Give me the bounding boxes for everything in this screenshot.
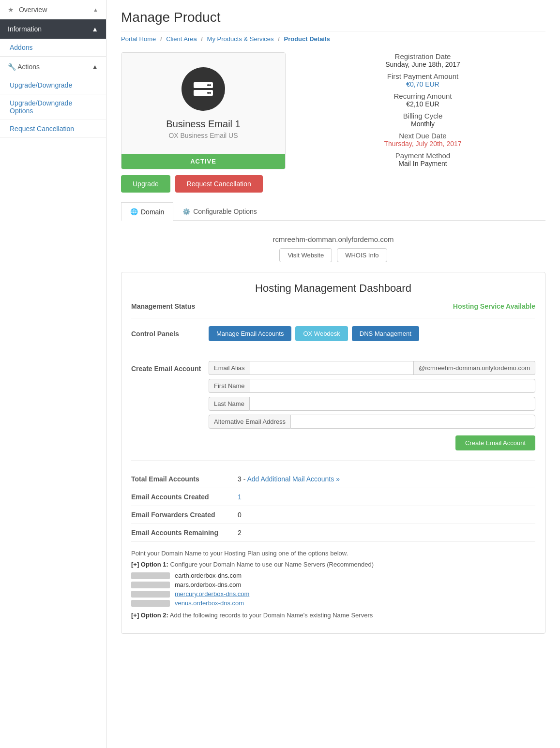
ip-box-4	[131, 600, 170, 607]
dns-management-button[interactable]: DNS Management	[352, 326, 419, 341]
forwarders-value: 0	[238, 511, 242, 519]
domain-url: rcmreehm-domman.onlyfordemo.com	[121, 235, 545, 243]
first-payment-value: €0,70 EUR	[300, 80, 545, 88]
control-panels-row: Control Panels Manage Email Accounts OX …	[131, 326, 535, 351]
next-due-value: Thursday, July 20th, 2017	[300, 140, 545, 148]
page-title: Manage Product	[121, 10, 545, 31]
sidebar-item-upgrade-options[interactable]: Upgrade/Downgrade Options	[0, 94, 106, 120]
domain-suffix: @rcmreehm-domman.onlyfordemo.com	[414, 361, 535, 375]
dns-intro: Point your Domain Name to your Hosting P…	[131, 550, 535, 557]
sidebar-overview[interactable]: ★ Overview ▲	[0, 0, 106, 19]
breadcrumb-my-products[interactable]: My Products & Services	[207, 35, 274, 43]
first-name-input[interactable]	[250, 379, 535, 393]
sidebar-item-upgrade[interactable]: Upgrade/Downgrade	[0, 76, 106, 94]
dashboard-section: Hosting Management Dashboard Management …	[121, 272, 545, 634]
product-icon	[182, 67, 225, 111]
control-panels-label: Control Panels	[131, 330, 209, 338]
stats-section: Total Email Accounts 3 - Add Additional …	[131, 470, 535, 542]
alt-email-row: Alternative Email Address	[209, 415, 535, 429]
information-label: Information	[8, 25, 42, 33]
next-due-label: Next Due Date	[300, 132, 545, 140]
product-status: ACTIVE	[121, 154, 285, 169]
payment-method-label: Payment Method	[300, 151, 545, 160]
sidebar-item-addons[interactable]: Addons	[0, 39, 106, 57]
wrench-icon: 🔧	[8, 63, 16, 71]
last-name-input[interactable]	[249, 397, 535, 411]
recurring-value: €2,10 EUR	[300, 100, 545, 108]
server-mercury[interactable]: mercury.orderbox-dns.com	[175, 590, 249, 598]
email-remaining-label: Email Accounts Remaining	[131, 529, 238, 537]
reg-date-value: Sunday, June 18th, 2017	[300, 60, 545, 68]
domain-section: rcmreehm-domman.onlyfordemo.com Visit We…	[121, 230, 545, 272]
management-status-row: Management Status Hosting Service Availa…	[131, 302, 535, 318]
option1-label: [+] Option 1:	[131, 561, 168, 568]
server-mars: mars.orderbox-dns.com	[175, 581, 241, 588]
product-card: Business Email 1 OX Business Email US AC…	[121, 52, 286, 193]
upgrade-button[interactable]: Upgrade	[121, 175, 170, 193]
email-created-link[interactable]: 1	[238, 493, 242, 501]
email-created-row: Email Accounts Created 1	[131, 488, 535, 506]
dns-info: Point your Domain Name to your Hosting P…	[131, 550, 535, 619]
forwarders-label: Email Forwarders Created	[131, 511, 238, 519]
product-subtitle: OX Business Email US	[131, 132, 275, 139]
server-venus[interactable]: venus.orderbox-dns.com	[175, 599, 244, 607]
recurring-label: Recurring Amount	[300, 92, 545, 100]
product-row: Business Email 1 OX Business Email US AC…	[121, 52, 545, 193]
ip-box-1	[131, 572, 170, 579]
chevron-up-icon-actions: ▲	[91, 63, 98, 71]
reg-date-label: Registration Date	[300, 52, 545, 60]
gear-icon: ⚙️	[182, 208, 190, 215]
main-content: Manage Product Portal Home / Client Area…	[106, 0, 560, 748]
hosting-available-label: Hosting Service Available	[453, 302, 535, 310]
ip-box-2	[131, 582, 170, 588]
breadcrumb-client-area[interactable]: Client Area	[166, 35, 197, 43]
domain-buttons: Visit Website WHOIS Info	[121, 248, 545, 262]
sidebar: ★ Overview ▲ Information ▲ Addons 🔧 Acti…	[0, 0, 106, 748]
last-name-row: Last Name	[209, 397, 535, 411]
globe-icon: 🌐	[130, 208, 138, 215]
email-alias-addon: Email Alias	[209, 361, 250, 375]
server-earth: earth.orderbox-dns.com	[175, 572, 242, 579]
chevron-up-icon-info: ▲	[91, 25, 98, 33]
email-remaining-row: Email Accounts Remaining 2	[131, 524, 535, 542]
tab-configurable-options[interactable]: ⚙️ Configurable Options	[173, 202, 266, 220]
add-mail-accounts-link[interactable]: Add Additional Mail Accounts »	[247, 475, 339, 483]
breadcrumb: Portal Home / Client Area / My Products …	[121, 35, 545, 43]
create-email-button[interactable]: Create Email Account	[455, 435, 535, 450]
information-section: Information ▲	[0, 19, 106, 39]
svg-point-5	[207, 92, 209, 94]
first-payment-label: First Payment Amount	[300, 72, 545, 80]
email-alias-input[interactable]	[250, 361, 414, 375]
dns-option1: [+] Option 1: Configure your Domain Name…	[131, 561, 535, 607]
server-icon	[192, 79, 215, 99]
chevron-up-icon: ▲	[93, 7, 98, 13]
create-email-section: Create Email Account Email Alias @rcmree…	[131, 361, 535, 461]
cancel-button[interactable]: Request Cancellation	[175, 175, 263, 193]
product-actions: Upgrade Request Cancellation	[121, 175, 286, 193]
whois-info-button[interactable]: WHOIS Info	[337, 248, 387, 262]
forwarders-row: Email Forwarders Created 0	[131, 506, 535, 524]
billing-cycle-value: Monthly	[300, 120, 545, 128]
email-remaining-value: 2	[238, 529, 242, 537]
billing-cycle-label: Billing Cycle	[300, 112, 545, 120]
breadcrumb-portal-home[interactable]: Portal Home	[121, 35, 156, 43]
first-name-row: First Name	[209, 379, 535, 393]
overview-label: Overview	[19, 6, 47, 14]
breadcrumb-current: Product Details	[284, 35, 330, 43]
dashboard-title: Hosting Management Dashboard	[131, 282, 535, 295]
option1-text: Configure your Domain Name to use our Na…	[170, 561, 374, 568]
sidebar-item-cancel[interactable]: Request Cancellation	[0, 120, 106, 138]
dns-option2: [+] Option 2: Add the following records …	[131, 612, 535, 619]
star-icon: ★	[8, 6, 14, 14]
tab-domain[interactable]: 🌐 Domain	[121, 202, 173, 221]
ox-webdesk-button[interactable]: OX Webdesk	[295, 326, 348, 341]
ip-box-3	[131, 591, 170, 598]
alt-email-addon: Alternative Email Address	[209, 415, 290, 429]
total-email-value: 3 - Add Additional Mail Accounts »	[238, 475, 340, 483]
visit-website-button[interactable]: Visit Website	[279, 248, 332, 262]
manage-email-button[interactable]: Manage Email Accounts	[209, 326, 291, 341]
alt-email-input[interactable]	[290, 415, 535, 429]
actions-section: 🔧 Actions ▲	[0, 57, 106, 76]
option2-text: Add the following records to your Domain…	[170, 612, 373, 619]
option2-label: [+] Option 2:	[131, 612, 168, 619]
